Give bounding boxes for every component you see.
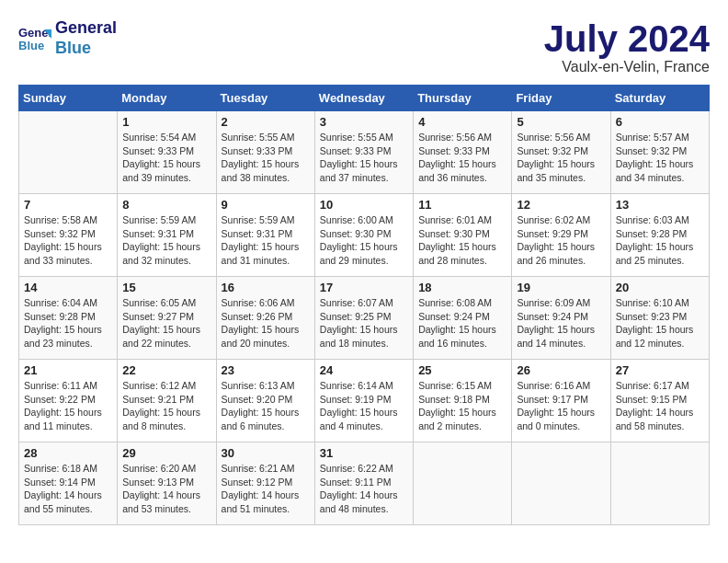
calendar-cell: 21Sunrise: 6:11 AM Sunset: 9:22 PM Dayli… [19,360,118,442]
day-info: Sunrise: 5:55 AM Sunset: 9:33 PM Dayligh… [320,131,408,185]
day-info: Sunrise: 6:07 AM Sunset: 9:25 PM Dayligh… [320,296,408,350]
calendar-cell: 25Sunrise: 6:15 AM Sunset: 9:18 PM Dayli… [414,360,512,442]
calendar-cell: 9Sunrise: 5:59 AM Sunset: 9:31 PM Daylig… [216,194,314,277]
day-number: 20 [616,281,704,294]
col-header-sunday: Sunday [19,86,118,111]
calendar-cell [414,442,512,525]
calendar-cell [610,442,709,525]
day-number: 21 [24,363,112,377]
calendar-cell: 30Sunrise: 6:21 AM Sunset: 9:12 PM Dayli… [216,442,314,525]
day-info: Sunrise: 6:04 AM Sunset: 9:28 PM Dayligh… [24,296,112,350]
page-header: General Blue General Blue July 2024 Vaul… [18,18,710,75]
calendar-table: SundayMondayTuesdayWednesdayThursdayFrid… [18,85,710,525]
calendar-cell: 28Sunrise: 6:18 AM Sunset: 9:14 PM Dayli… [19,442,118,525]
day-number: 16 [222,281,310,294]
day-number: 28 [24,446,112,460]
calendar-cell: 12Sunrise: 6:02 AM Sunset: 9:29 PM Dayli… [512,194,610,277]
title-block: July 2024 Vaulx-en-Velin, France [544,18,710,75]
day-info: Sunrise: 6:10 AM Sunset: 9:23 PM Dayligh… [616,296,704,350]
day-info: Sunrise: 6:09 AM Sunset: 9:24 PM Dayligh… [517,296,605,350]
col-header-saturday: Saturday [610,86,709,111]
location: Vaulx-en-Velin, France [544,59,710,75]
day-number: 18 [418,281,506,294]
day-number: 2 [222,115,310,129]
day-number: 24 [320,363,408,377]
calendar-cell: 20Sunrise: 6:10 AM Sunset: 9:23 PM Dayli… [610,277,709,360]
day-info: Sunrise: 6:20 AM Sunset: 9:13 PM Dayligh… [122,462,210,516]
day-info: Sunrise: 5:56 AM Sunset: 9:32 PM Dayligh… [517,131,605,185]
day-info: Sunrise: 6:16 AM Sunset: 9:17 PM Dayligh… [517,379,605,433]
month-title: July 2024 [544,18,710,59]
calendar-cell: 24Sunrise: 6:14 AM Sunset: 9:19 PM Dayli… [314,360,413,442]
day-info: Sunrise: 6:06 AM Sunset: 9:26 PM Dayligh… [222,296,310,350]
day-number: 29 [122,446,210,460]
calendar-cell: 31Sunrise: 6:22 AM Sunset: 9:11 PM Dayli… [314,442,413,525]
logo: General Blue General Blue [18,18,117,58]
day-number: 26 [517,363,605,377]
day-info: Sunrise: 6:14 AM Sunset: 9:19 PM Dayligh… [320,379,408,433]
day-info: Sunrise: 6:02 AM Sunset: 9:29 PM Dayligh… [517,213,605,268]
day-info: Sunrise: 6:08 AM Sunset: 9:24 PM Dayligh… [418,296,506,350]
calendar-cell: 10Sunrise: 6:00 AM Sunset: 9:30 PM Dayli… [314,194,413,277]
day-number: 11 [418,198,506,212]
calendar-cell: 1Sunrise: 5:54 AM Sunset: 9:33 PM Daylig… [118,111,216,194]
day-info: Sunrise: 5:54 AM Sunset: 9:33 PM Dayligh… [122,131,210,185]
calendar-cell: 11Sunrise: 6:01 AM Sunset: 9:30 PM Dayli… [414,194,512,277]
day-number: 7 [24,198,112,212]
calendar-cell: 13Sunrise: 6:03 AM Sunset: 9:28 PM Dayli… [610,194,709,277]
col-header-wednesday: Wednesday [314,86,413,111]
day-number: 6 [616,115,704,129]
day-info: Sunrise: 6:12 AM Sunset: 9:21 PM Dayligh… [122,379,210,433]
day-info: Sunrise: 6:03 AM Sunset: 9:28 PM Dayligh… [616,213,704,268]
day-number: 13 [616,198,704,212]
day-info: Sunrise: 5:59 AM Sunset: 9:31 PM Dayligh… [222,213,310,268]
day-info: Sunrise: 6:17 AM Sunset: 9:15 PM Dayligh… [616,379,704,433]
day-number: 17 [320,281,408,294]
calendar-cell: 2Sunrise: 5:55 AM Sunset: 9:33 PM Daylig… [216,111,314,194]
calendar-cell: 17Sunrise: 6:07 AM Sunset: 9:25 PM Dayli… [314,277,413,360]
calendar-cell: 19Sunrise: 6:09 AM Sunset: 9:24 PM Dayli… [512,277,610,360]
day-number: 15 [122,281,210,294]
day-number: 9 [222,198,310,212]
day-number: 22 [122,363,210,377]
day-info: Sunrise: 6:22 AM Sunset: 9:11 PM Dayligh… [320,462,408,516]
day-number: 23 [222,363,310,377]
day-number: 8 [122,198,210,212]
day-number: 12 [517,198,605,212]
calendar-cell: 6Sunrise: 5:57 AM Sunset: 9:32 PM Daylig… [610,111,709,194]
day-number: 3 [320,115,408,129]
calendar-cell: 27Sunrise: 6:17 AM Sunset: 9:15 PM Dayli… [610,360,709,442]
col-header-monday: Monday [118,86,216,111]
svg-text:General: General [18,26,51,40]
day-info: Sunrise: 6:11 AM Sunset: 9:22 PM Dayligh… [24,379,112,433]
logo-text: General Blue [55,18,117,58]
day-info: Sunrise: 5:58 AM Sunset: 9:32 PM Dayligh… [24,213,112,268]
calendar-cell: 3Sunrise: 5:55 AM Sunset: 9:33 PM Daylig… [314,111,413,194]
day-number: 30 [222,446,310,460]
day-number: 5 [517,115,605,129]
col-header-friday: Friday [512,86,610,111]
calendar-cell: 22Sunrise: 6:12 AM Sunset: 9:21 PM Dayli… [118,360,216,442]
day-number: 25 [418,363,506,377]
calendar-cell: 29Sunrise: 6:20 AM Sunset: 9:13 PM Dayli… [118,442,216,525]
calendar-cell: 23Sunrise: 6:13 AM Sunset: 9:20 PM Dayli… [216,360,314,442]
calendar-cell: 8Sunrise: 5:59 AM Sunset: 9:31 PM Daylig… [118,194,216,277]
calendar-cell [19,111,118,194]
calendar-cell: 7Sunrise: 5:58 AM Sunset: 9:32 PM Daylig… [19,194,118,277]
day-info: Sunrise: 6:00 AM Sunset: 9:30 PM Dayligh… [320,213,408,268]
day-number: 31 [320,446,408,460]
day-number: 4 [418,115,506,129]
calendar-cell: 18Sunrise: 6:08 AM Sunset: 9:24 PM Dayli… [414,277,512,360]
day-number: 19 [517,281,605,294]
day-info: Sunrise: 5:59 AM Sunset: 9:31 PM Dayligh… [122,213,210,268]
day-info: Sunrise: 6:05 AM Sunset: 9:27 PM Dayligh… [122,296,210,350]
calendar-cell: 15Sunrise: 6:05 AM Sunset: 9:27 PM Dayli… [118,277,216,360]
calendar-cell: 16Sunrise: 6:06 AM Sunset: 9:26 PM Dayli… [216,277,314,360]
svg-text:Blue: Blue [18,39,44,52]
day-info: Sunrise: 5:55 AM Sunset: 9:33 PM Dayligh… [222,131,310,185]
calendar-cell [512,442,610,525]
day-number: 10 [320,198,408,212]
calendar-cell: 5Sunrise: 5:56 AM Sunset: 9:32 PM Daylig… [512,111,610,194]
day-info: Sunrise: 6:01 AM Sunset: 9:30 PM Dayligh… [418,213,506,268]
day-number: 27 [616,363,704,377]
